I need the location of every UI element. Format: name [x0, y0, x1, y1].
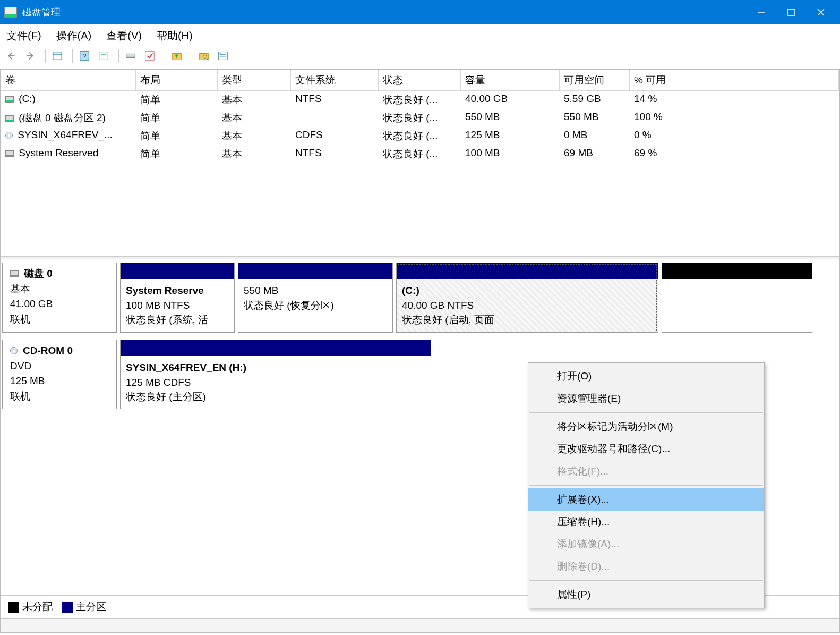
forward-icon[interactable]	[24, 50, 39, 63]
separator	[192, 49, 192, 63]
col-capacity[interactable]: 容量	[461, 70, 560, 90]
separator	[529, 485, 763, 486]
col-volume[interactable]: 卷	[1, 70, 136, 90]
menu-file[interactable]: 文件(F)	[6, 29, 41, 43]
window-controls	[747, 0, 836, 24]
ctx-open[interactable]: 打开(O)	[528, 365, 764, 387]
table-row[interactable]: (磁盘 0 磁盘分区 2)简单基本状态良好 (...550 MB550 MB10…	[1, 109, 839, 127]
svg-rect-11	[145, 52, 155, 61]
separator	[45, 49, 46, 63]
disk-info[interactable]: CD-ROM 0DVD125 MB联机	[2, 340, 117, 409]
legend-unallocated: 未分配	[8, 600, 53, 614]
disk-info[interactable]: 磁盘 0基本41.00 GB联机	[2, 263, 117, 333]
ctx-mark-active[interactable]: 将分区标记为活动分区(M)	[528, 416, 764, 438]
help-icon[interactable]: ?	[79, 50, 93, 63]
toolbar: ?	[0, 47, 840, 69]
col-status[interactable]: 状态	[379, 70, 461, 90]
context-menu: 打开(O) 资源管理器(E) 将分区标记为活动分区(M) 更改驱动器号和路径(C…	[528, 362, 765, 608]
menu-view[interactable]: 查看(V)	[106, 29, 142, 43]
volume-list: 卷 布局 类型 文件系统 状态 容量 可用空间 % 可用 (C:)简单基本NTF…	[1, 70, 839, 256]
maximize-button[interactable]	[776, 0, 806, 24]
ctx-properties[interactable]: 属性(P)	[528, 583, 764, 606]
svg-rect-8	[99, 52, 108, 60]
ctx-explorer[interactable]: 资源管理器(E)	[528, 387, 764, 410]
volume-rows: (C:)简单基本NTFS状态良好 (...40.00 GB5.59 GB14 %…	[1, 91, 839, 163]
menu-bar: 文件(F) 操作(A) 查看(V) 帮助(H)	[0, 24, 840, 47]
col-pad	[725, 70, 839, 90]
disk-row: 磁盘 0基本41.00 GB联机System Reserve100 MB NTF…	[1, 259, 839, 336]
svg-rect-16	[219, 52, 228, 60]
ctx-shrink[interactable]: 压缩卷(H)...	[528, 511, 764, 533]
ctx-extend[interactable]: 扩展卷(X)...	[528, 488, 764, 511]
col-percent[interactable]: % 可用	[630, 70, 725, 90]
list-icon[interactable]	[217, 50, 232, 63]
separator	[529, 580, 763, 581]
window-title: 磁盘管理	[22, 6, 61, 19]
partition[interactable]: System Reserve100 MB NTFS状态良好 (系统, 活	[120, 263, 235, 333]
minimize-button[interactable]	[747, 0, 776, 24]
close-button[interactable]	[806, 0, 836, 24]
ctx-change-drive[interactable]: 更改驱动器号和路径(C)...	[528, 438, 764, 460]
back-icon[interactable]	[5, 50, 20, 63]
table-row[interactable]: SYSIN_X64FREV_...简单基本CDFS状态良好 (...125 MB…	[1, 127, 839, 145]
disk-list-icon[interactable]	[125, 50, 140, 63]
ctx-add-mirror[interactable]: 添加镜像(A)...	[528, 533, 764, 555]
partition[interactable]: SYSIN_X64FREV_EN (H:)125 MB CDFS状态良好 (主分…	[120, 340, 431, 409]
title-bar: 磁盘管理	[0, 0, 840, 24]
column-headers: 卷 布局 类型 文件系统 状态 容量 可用空间 % 可用	[1, 70, 839, 91]
refresh-icon[interactable]	[98, 50, 113, 63]
separator	[165, 49, 165, 63]
zoom-icon[interactable]	[198, 50, 213, 63]
svg-rect-1	[788, 9, 794, 15]
col-type[interactable]: 类型	[218, 70, 291, 90]
table-row[interactable]: System Reserved简单基本NTFS状态良好 (...100 MB69…	[1, 145, 839, 163]
table-row[interactable]: (C:)简单基本NTFS状态良好 (...40.00 GB5.59 GB14 %	[1, 91, 839, 109]
separator	[118, 49, 119, 63]
status-bar	[1, 618, 839, 632]
app-icon	[4, 7, 17, 18]
col-filesystem[interactable]: 文件系统	[291, 70, 379, 90]
partition[interactable]: 550 MB状态良好 (恢复分区)	[238, 263, 393, 333]
separator	[529, 412, 763, 413]
menu-help[interactable]: 帮助(H)	[157, 29, 193, 43]
svg-text:?: ?	[82, 52, 86, 60]
legend-primary: 主分区	[62, 600, 106, 614]
svg-rect-4	[53, 52, 62, 60]
folder-up-icon[interactable]	[171, 50, 186, 63]
partition[interactable]	[662, 263, 812, 333]
separator	[72, 49, 73, 63]
ctx-format[interactable]: 格式化(F)...	[528, 460, 764, 482]
properties-icon[interactable]	[52, 50, 66, 63]
check-icon[interactable]	[144, 50, 159, 63]
col-layout[interactable]: 布局	[136, 70, 218, 90]
menu-action[interactable]: 操作(A)	[56, 29, 92, 43]
svg-rect-10	[126, 57, 135, 58]
partition[interactable]: (C:)40.00 GB NTFS状态良好 (启动, 页面	[396, 263, 658, 333]
ctx-delete[interactable]: 删除卷(D)...	[528, 555, 764, 578]
col-free[interactable]: 可用空间	[560, 70, 630, 90]
